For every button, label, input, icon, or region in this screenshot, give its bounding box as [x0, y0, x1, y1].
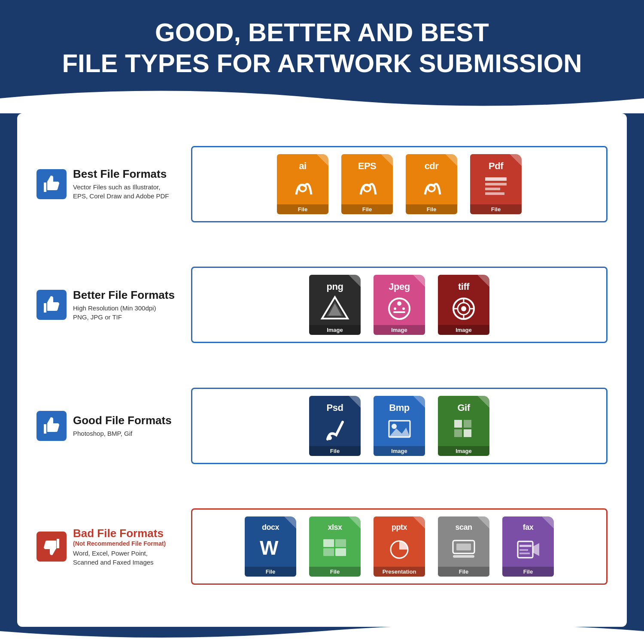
bad-row: Bad File Formats (Not Recommended File F… [36, 508, 608, 585]
file-icon-xlsx: xlsx File [307, 516, 363, 577]
better-files-panel: png Image Jpeg [191, 267, 608, 343]
svg-rect-11 [393, 311, 405, 313]
file-body-fax: fax File [502, 516, 554, 577]
svg-rect-27 [454, 429, 462, 437]
white-card: Best File Formats Vector Files such as I… [17, 113, 627, 627]
svg-rect-41 [519, 553, 530, 554]
svg-rect-6 [485, 192, 504, 195]
thumbs-up-icon-3 [41, 416, 62, 436]
good-description: Photoshop, BMP, Gif [73, 429, 172, 438]
svg-point-16 [461, 306, 466, 311]
good-title: Good File Formats [73, 414, 172, 427]
svg-marker-23 [389, 428, 410, 437]
svg-rect-25 [454, 420, 462, 428]
svg-rect-31 [335, 539, 346, 547]
bad-label-block: Bad File Formats (Not Recommended File F… [73, 527, 166, 567]
page-wrapper: GOOD, BETTER AND BEST FILE TYPES FOR ART… [0, 0, 644, 644]
good-thumbs-icon [36, 411, 67, 441]
file-body-docx: docx W File [245, 516, 296, 577]
svg-point-24 [392, 424, 397, 429]
svg-rect-3 [485, 177, 507, 181]
bad-subtitle: (Not Recommended File Format) [73, 540, 166, 547]
thumbs-up-icon-2 [41, 295, 62, 315]
file-body-bmp: Bmp Image [374, 396, 425, 456]
thumbs-down-icon [41, 536, 62, 557]
good-left-panel: Good File Formats Photoshop, BMP, Gif [36, 411, 182, 441]
better-row: Better File Formats High Resolution (Min… [36, 267, 608, 343]
bad-thumbs-icon [36, 532, 67, 562]
file-body-eps: EPS File [341, 154, 393, 214]
wave-decoration [0, 83, 644, 113]
header-area: GOOD, BETTER AND BEST FILE TYPES FOR ART… [0, 0, 644, 79]
file-icon-pdf: Pdf File [468, 154, 524, 214]
svg-rect-30 [323, 539, 334, 547]
svg-point-13 [402, 307, 405, 310]
svg-rect-40 [519, 549, 528, 551]
file-icon-png: png Image [307, 275, 363, 335]
file-body-jpeg: Jpeg Image [374, 275, 425, 335]
best-thumbs-icon [36, 169, 67, 199]
file-body-gif: Gif Image [438, 396, 489, 456]
svg-text:W: W [260, 538, 279, 559]
file-icon-ai: ai File [275, 154, 331, 214]
file-icon-gif: Gif Image [436, 396, 492, 456]
file-body-xlsx: xlsx File [309, 516, 361, 577]
good-row: Good File Formats Photoshop, BMP, Gif Ps… [36, 388, 608, 464]
best-files-panel: ai File EPS File [191, 146, 608, 222]
file-icon-psd: Psd File [307, 396, 363, 456]
svg-rect-39 [519, 545, 532, 547]
svg-rect-26 [464, 420, 471, 428]
file-body-cdr: cdr File [406, 154, 457, 214]
header-title: GOOD, BETTER AND BEST FILE TYPES FOR ART… [26, 17, 618, 79]
bad-left-panel: Bad File Formats (Not Recommended File F… [36, 527, 182, 567]
best-title: Best File Formats [73, 167, 169, 181]
file-body-pptx: pptx Presentation [374, 516, 425, 577]
best-label-block: Best File Formats Vector Files such as I… [73, 167, 169, 200]
best-description: Vector Files such as Illustrator, EPS, C… [73, 182, 169, 200]
good-files-panel: Psd File Bmp [191, 388, 608, 464]
svg-rect-32 [323, 548, 334, 556]
good-label-block: Good File Formats Photoshop, BMP, Gif [73, 414, 172, 438]
thumbs-up-icon [41, 174, 62, 194]
bottom-wave [0, 618, 644, 644]
file-icon-scan: scan File [436, 516, 492, 577]
svg-point-10 [397, 301, 401, 306]
svg-rect-33 [335, 548, 346, 556]
best-row: Best File Formats Vector Files such as I… [36, 146, 608, 222]
file-icon-eps: EPS File [339, 154, 395, 214]
svg-rect-37 [453, 555, 474, 558]
better-title: Better File Formats [73, 289, 175, 302]
svg-rect-36 [456, 544, 471, 550]
better-label-block: Better File Formats High Resolution (Min… [73, 289, 175, 322]
file-icon-jpeg: Jpeg Image [371, 275, 427, 335]
bad-description: Word, Excel, Power Point, Scanned and Fa… [73, 549, 166, 567]
better-description: High Resolution (Min 300dpi) PNG, JPG or… [73, 304, 175, 322]
svg-rect-5 [485, 188, 500, 190]
file-icon-pptx: pptx Presentation [371, 516, 427, 577]
file-body-ai: ai File [277, 154, 328, 214]
file-body-png: png Image [309, 275, 361, 335]
better-left-panel: Better File Formats High Resolution (Min… [36, 289, 182, 322]
file-body-scan: scan File [438, 516, 489, 577]
svg-rect-4 [485, 183, 507, 185]
file-icon-cdr: cdr File [404, 154, 459, 214]
bad-title: Bad File Formats [73, 527, 166, 540]
file-icon-tiff: tiff Image [436, 275, 492, 335]
file-body-psd: Psd File [309, 396, 361, 456]
file-icon-docx: docx W File [243, 516, 298, 577]
best-left-panel: Best File Formats Vector Files such as I… [36, 167, 182, 200]
file-body-tiff: tiff Image [438, 275, 489, 335]
svg-point-12 [394, 307, 396, 310]
file-icon-fax: fax File [500, 516, 556, 577]
svg-rect-28 [464, 429, 471, 437]
better-thumbs-icon [36, 290, 67, 320]
file-icon-bmp: Bmp Image [371, 396, 427, 456]
svg-point-21 [328, 436, 332, 440]
file-body-pdf: Pdf File [470, 154, 522, 214]
bad-files-panel: docx W File xlsx [191, 508, 608, 585]
